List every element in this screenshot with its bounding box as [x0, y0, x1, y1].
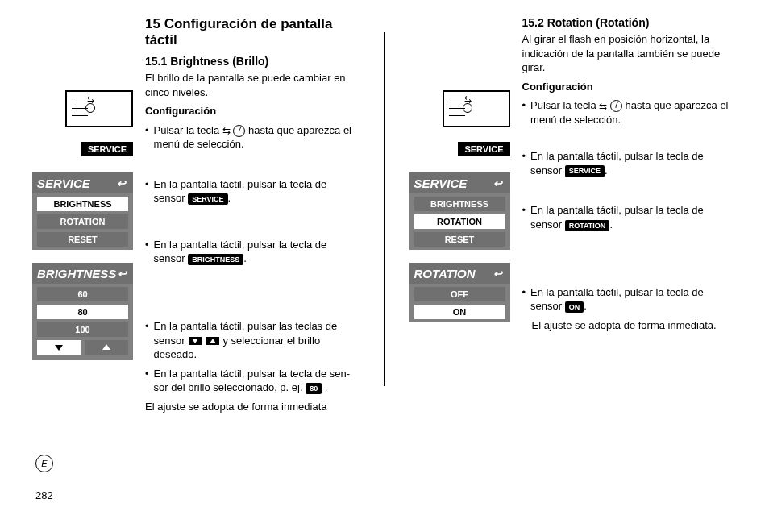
right-column: ⇆ SERVICE SERVICE ↩ BRIGHTNESS ROTATION …: [409, 16, 738, 418]
on-badge-inline: ON: [565, 301, 584, 313]
service-menu-panel: SERVICE ↩ BRIGHTNESS ROTATION RESET: [32, 172, 133, 250]
menu-item-100: 100: [37, 322, 128, 337]
subsection-1-heading: 15.1 Brightness (Brillo): [145, 55, 360, 68]
return-icon: ↩: [491, 266, 505, 281]
left-column: ⇆ SERVICE SERVICE ↩ BRIGHTNESS ROTATION …: [32, 16, 360, 418]
language-marker: E: [35, 455, 53, 472]
sub2-note: El ajuste se adopta de forma inmediata.: [532, 318, 738, 333]
menu-item-brightness: BRIGHTNESS: [37, 197, 128, 211]
left-text-column: 15 Configuración de pantalla táctil 15.1…: [145, 16, 360, 418]
service-menu-header: SERVICE ↩: [32, 172, 133, 193]
left-icon-column: ⇆ SERVICE SERVICE ↩ BRIGHTNESS ROTATION …: [32, 16, 133, 418]
menu-item-reset: RESET: [37, 232, 128, 247]
menu-item-brightness-2: BRIGHTNESS: [414, 197, 505, 211]
brightness-menu-panel: BRIGHTNESS ↩ 60 80 100: [32, 263, 133, 360]
service-badge-inline: SERVICE: [565, 165, 605, 177]
sub1-note: El ajuste se adopta de forma inmediata: [145, 400, 360, 414]
return-icon: ↩: [116, 266, 128, 281]
device-diagram-icon: ⇆: [65, 90, 133, 127]
up-button: [85, 340, 129, 355]
rotation-menu-panel: ROTATION ↩ OFF ON: [409, 263, 510, 322]
sub1-step1: Pulsar la tecla ⇆ 7 hasta que aparezca e…: [145, 123, 360, 152]
rotation-menu-header: ROTATION ↩: [409, 263, 510, 284]
column-divider: [384, 32, 385, 386]
circled-number-icon: 7: [610, 100, 622, 112]
svg-marker-1: [102, 344, 110, 350]
sub2-step3: En la pantalla táctil, pulsar la tecla d…: [522, 203, 738, 231]
subsection-2-heading: 15.2 Rotation (Rotatión): [522, 16, 738, 29]
brightness-menu-header: BRIGHTNESS ↩: [32, 263, 133, 284]
service-badge-inline: SERVICE: [188, 193, 227, 205]
service-badge: SERVICE: [458, 142, 509, 156]
menu-item-off: OFF: [414, 287, 505, 301]
menu-item-reset-2: RESET: [414, 232, 505, 247]
menu-item-on: ON: [414, 305, 505, 319]
service-menu-title-2: SERVICE: [414, 177, 468, 190]
sub1-step2: En la pantalla táctil, pulsar la tecla d…: [145, 177, 360, 206]
sub2-config-label: Configuración: [522, 80, 738, 94]
service-menu-title: SERVICE: [37, 177, 90, 190]
right-text-column: 15.2 Rotation (Rotatión) Al girar el fla…: [522, 16, 738, 418]
section-title: 15 Configuración de pantalla táctil: [145, 16, 360, 48]
eighty-badge-inline: 80: [306, 383, 322, 394]
service-menu-header-2: SERVICE ↩: [409, 172, 510, 193]
triangle-down-icon: [189, 337, 202, 345]
menu-item-rotation: ROTATION: [37, 214, 128, 229]
sub1-config-label: Configuración: [145, 104, 360, 118]
sub2-intro: Al girar el flash en posición horizontal…: [522, 32, 738, 75]
rotation-menu-title: ROTATION: [414, 267, 476, 281]
return-icon: ↩: [114, 176, 128, 190]
service-menu-panel-2: SERVICE ↩ BRIGHTNESS ROTATION RESET: [409, 172, 510, 250]
page-number: 282: [35, 489, 53, 501]
sub1-step4: En la pantalla táctil, pulsar las teclas…: [145, 319, 360, 362]
right-icon-column: ⇆ SERVICE SERVICE ↩ BRIGHTNESS ROTATION …: [409, 16, 510, 418]
brightness-menu-title: BRIGHTNESS: [37, 267, 116, 281]
swap-icon: ⇆: [222, 124, 231, 137]
rotation-badge-inline: ROTATION: [565, 220, 610, 231]
down-button: [37, 340, 81, 355]
service-badge: SERVICE: [81, 142, 133, 156]
sub2-step2: En la pantalla táctil, pulsar la tecla d…: [522, 149, 738, 177]
device-diagram-icon: ⇆: [443, 90, 510, 127]
page-body: ⇆ SERVICE SERVICE ↩ BRIGHTNESS ROTATION …: [0, 0, 769, 418]
sub1-step3: En la pantalla táctil, pulsar la tecla d…: [145, 238, 360, 266]
brightness-badge-inline: BRIGHTNESS: [188, 254, 243, 265]
circled-number-icon: 7: [233, 125, 245, 137]
sub2-step1: Pulsar la tecla ⇆ 7 hasta que aparezca e…: [522, 98, 738, 127]
triangle-up-icon: [206, 337, 219, 345]
sub1-intro: El brillo de la pantalla se puede cambia…: [145, 71, 360, 99]
return-icon: ↩: [491, 176, 505, 190]
menu-item-80: 80: [37, 305, 128, 319]
swap-icon: ⇆: [599, 100, 607, 113]
menu-item-60: 60: [37, 287, 128, 301]
menu-item-rotation-2: ROTATION: [414, 214, 505, 229]
sub1-step5: En la pantalla táctil, pulsar la tecla d…: [145, 367, 360, 395]
svg-marker-0: [55, 345, 63, 351]
brightness-menu-footer: [37, 340, 128, 355]
sub2-step4: En la pantalla táctil, pulsar la tecla d…: [522, 285, 738, 314]
